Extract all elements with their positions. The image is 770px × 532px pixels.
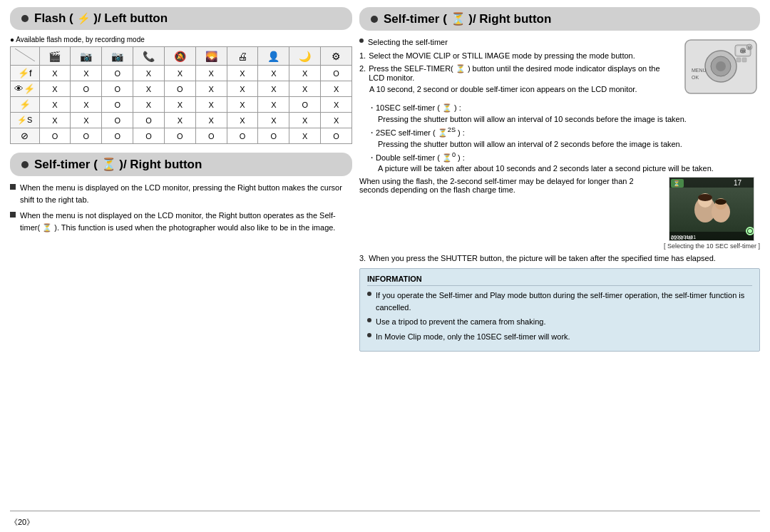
info-box-title: INFORMATION [367, 275, 752, 286]
flash-row2-icon: 👁⚡ [11, 81, 40, 97]
footer-divider [10, 511, 760, 511]
step-3-num: 3. [359, 254, 366, 262]
timer-2sec-label: ・2SEC self-timer ( ⏳2S ) : [368, 126, 465, 138]
flash-subtitle: ● Available flash mode, by recording mod… [10, 36, 352, 44]
self-timer-bullet-1: When the menu is displayed on the LCD mo… [10, 182, 352, 205]
timer-10sec-label: ・10SEC self-timer ( ⏳ ) : [368, 103, 461, 113]
info-dot-1 [367, 292, 371, 296]
selecting-dot [359, 39, 364, 43]
step-3: 3. When you press the SHUTTER button, th… [359, 254, 760, 262]
right-column: Self-timer ( ⏳ )/ Right button Selecting… [359, 7, 760, 503]
timer-10sec-detail: Pressing the shutter button will allow a… [378, 115, 760, 123]
extra-text-area: When using the flash, the 2-second self-… [359, 177, 655, 250]
step-2: 2. Press the SELF-TIMER( ⏳ ) button unti… [359, 64, 676, 93]
timer-double-label: ・Double self-timer ( ⏳0 ) : [368, 151, 465, 163]
self-timer-bullet-2: When the menu is not displayed on the LC… [10, 210, 352, 233]
flash-row3-icon: ⚡ [11, 97, 40, 113]
camera-photo: 17 01:00 PM 2000/01/01 ⏳ [669, 177, 754, 241]
table-row: ⚡S XXOOXXXXXX [11, 113, 352, 128]
table-header-mute: 🔕 [164, 47, 195, 66]
table-header-print: 🖨 [227, 47, 258, 66]
photo-container: 17 01:00 PM 2000/01/01 ⏳ [ Selecting the… [664, 177, 760, 250]
table-row: 👁⚡ XOOXOXXXXX [11, 81, 352, 97]
self-timer-types: ・10SEC self-timer ( ⏳ ) : Pressing the s… [368, 103, 760, 173]
info-text-2: Use a tripod to prevent the camera from … [376, 316, 545, 328]
self-timer-text-1: When the menu is displayed on the LCD mo… [20, 182, 352, 205]
right-header-area: Selecting the self-timer 1. Select the M… [359, 36, 760, 98]
svg-point-21 [698, 194, 712, 201]
self-timer-left-bullet [21, 161, 29, 168]
table-header-cam2: 📷 [102, 47, 133, 66]
step-1: 1. Select the MOVIE CLIP or STILL IMAGE … [359, 51, 676, 60]
selecting-text: Selecting the self-timer [368, 36, 448, 48]
self-timer-right-bullet [371, 16, 378, 23]
flash-row4-icon: ⚡S [11, 113, 40, 128]
self-timer-text-2: When the menu is not displayed on the LC… [20, 210, 352, 233]
info-box: INFORMATION If you operate the Self-time… [359, 268, 760, 352]
table-header-phone: 📞 [133, 47, 165, 66]
timer-10sec: ・10SEC self-timer ( ⏳ ) : [368, 103, 760, 113]
svg-point-29 [748, 229, 752, 233]
svg-rect-12 [742, 58, 746, 62]
table-row: ⊘ OOOOOOOOXO [11, 128, 352, 144]
selecting-label: Selecting the self-timer [359, 36, 676, 48]
timer-double: ・Double self-timer ( ⏳0 ) : [368, 151, 760, 163]
info-item-3: In Movie Clip mode, only the 10SEC self-… [367, 331, 752, 343]
svg-text:⏳: ⏳ [673, 180, 680, 187]
table-header-portrait: 👤 [258, 47, 289, 66]
info-text-1: If you operate the Self-timer and Play m… [376, 290, 752, 313]
self-timer-left-header: Self-timer ( ⏳ )/ Right button [10, 153, 352, 176]
timer-2sec-detail: Pressing the shutter button will allow a… [378, 140, 760, 148]
page-number: 《20》 [10, 517, 34, 528]
flash-row1-icon: ⚡f [11, 66, 40, 81]
step-2-sub: A 10 second, 2 second or double self-tim… [369, 85, 676, 93]
flash-title: Flash ( ⚡ )/ Left button [34, 11, 168, 26]
flash-table: 🎬 📷 📷 📞 🔕 🌄 🖨 👤 🌙 ⚙ ⚡f XXOXXXXXXO [10, 46, 352, 144]
table-corner-cell [11, 47, 40, 66]
step-1-text: Select the MOVIE CLIP or STILL IMAGE mod… [369, 51, 635, 60]
info-dot-2 [367, 318, 371, 322]
table-header-landscape: 🌄 [195, 47, 227, 66]
self-timer-right-header: Self-timer ( ⏳ )/ Right button [359, 7, 760, 31]
svg-text:MENU: MENU [692, 68, 707, 73]
bullet-square-1 [10, 184, 16, 190]
self-timer-left-section: Self-timer ( ⏳ )/ Right button When the … [10, 153, 352, 233]
flash-section-header: Flash ( ⚡ )/ Left button [10, 7, 352, 30]
self-timer-right-title: Self-timer ( ⏳ )/ Right button [384, 11, 551, 26]
table-header-cam1: 📷 [71, 47, 102, 66]
step-3-text: When you press the SHUTTER button, the p… [369, 254, 716, 262]
left-column: Flash ( ⚡ )/ Left button ● Available fla… [10, 7, 352, 503]
table-header-custom: ⚙ [321, 47, 352, 66]
svg-rect-11 [736, 58, 741, 62]
svg-text:OK: OK [692, 75, 699, 80]
step-1-num: 1. [359, 51, 366, 60]
right-text-area: Selecting the self-timer 1. Select the M… [359, 36, 676, 98]
bullet-square-2 [10, 212, 16, 218]
svg-text:OK: OK [740, 49, 746, 53]
table-row: ⚡f XXOXXXXXXO [11, 66, 352, 81]
svg-point-4 [716, 61, 726, 71]
center-image-row: When using the flash, the 2-second self-… [359, 177, 760, 250]
page-footer: 《20》 [0, 514, 770, 532]
main-content: Flash ( ⚡ )/ Left button ● Available fla… [0, 0, 770, 511]
svg-text:17: 17 [734, 179, 742, 187]
table-row: ⚡ XXOXXXXXOX [11, 97, 352, 113]
self-timer-left-title: Self-timer ( ⏳ )/ Right button [34, 157, 202, 172]
flash-row5-icon: ⊘ [11, 128, 40, 144]
table-header-night: 🌙 [289, 47, 321, 66]
step-2-num: 2. [359, 64, 366, 82]
flash-delay-text: When using the flash, the 2-second self-… [359, 177, 655, 194]
svg-line-0 [15, 48, 35, 61]
svg-text:2000/01/01: 2000/01/01 [671, 235, 696, 240]
table-header-movie: 🎬 [39, 47, 71, 66]
info-dot-3 [367, 333, 371, 337]
svg-point-22 [715, 199, 727, 205]
timer-double-detail: A picture will be taken after about 10 s… [378, 164, 760, 173]
flash-header-bullet [21, 15, 29, 22]
timer-2sec: ・2SEC self-timer ( ⏳2S ) : [368, 126, 760, 138]
info-text-3: In Movie Clip mode, only the 10SEC self-… [376, 331, 570, 343]
camera-diagram: OK M MENU OK [682, 36, 760, 98]
info-item-2: Use a tripod to prevent the camera from … [367, 316, 752, 328]
info-item-1: If you operate the Self-timer and Play m… [367, 290, 752, 313]
step-2-text: Press the SELF-TIMER( ⏳ ) button until t… [369, 64, 676, 82]
